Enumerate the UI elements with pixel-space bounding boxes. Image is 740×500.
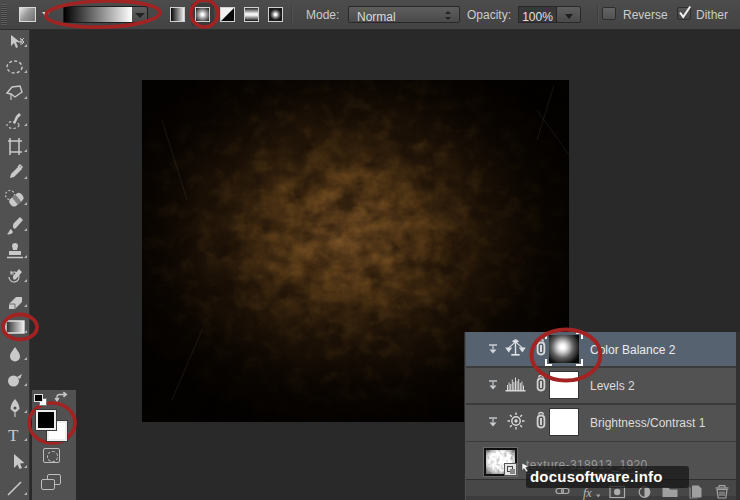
- svg-text:T: T: [8, 426, 19, 445]
